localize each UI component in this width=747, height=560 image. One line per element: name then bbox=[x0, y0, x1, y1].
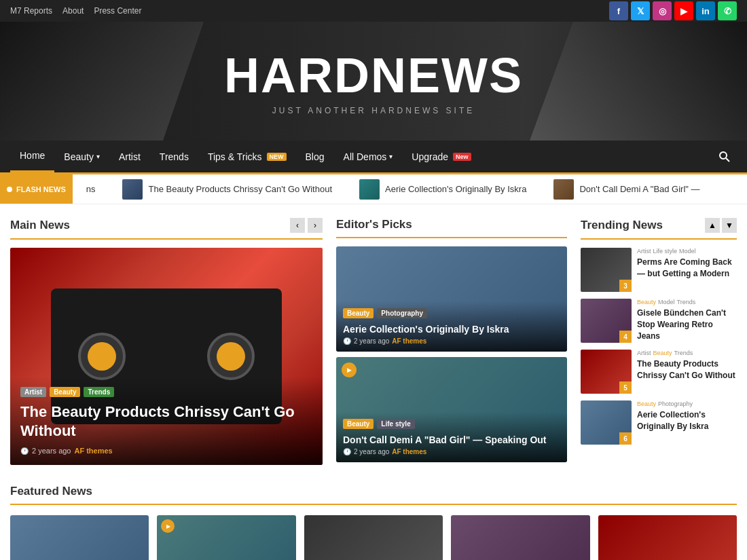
search-button[interactable] bbox=[712, 141, 737, 172]
editors-card-1-tags: Beauty Photography bbox=[343, 308, 560, 318]
nav-item-blog[interactable]: Blog bbox=[296, 141, 334, 172]
twitter-icon[interactable]: 𝕏 bbox=[631, 1, 650, 20]
nav-item-tips[interactable]: Tips & Tricks NEW bbox=[198, 141, 296, 172]
nav-item-beauty[interactable]: Beauty ▾ bbox=[54, 141, 109, 172]
svg-line-1 bbox=[726, 158, 729, 162]
tag-beauty2: Beauty bbox=[343, 308, 374, 318]
trending-item-4[interactable]: 6 Beauty Photography Aerie Collection's … bbox=[581, 400, 737, 445]
featured-card-2[interactable]: ▶ Beauty Life style bbox=[157, 515, 295, 560]
featured-card-4[interactable]: Beauty Model Trends bbox=[451, 515, 589, 560]
featured-card-4-img: Beauty Model Trends bbox=[451, 515, 589, 560]
whatsapp-icon[interactable]: ✆ bbox=[718, 1, 737, 20]
cassette-reel-left bbox=[78, 333, 126, 380]
hero-banner: HARDNEWS JUST ANOTHER HARDNEWS SITE bbox=[0, 22, 747, 141]
trending-item-2[interactable]: 4 Beauty Model Trends Gisele Bündchen Ca… bbox=[581, 299, 737, 343]
flash-item-4[interactable]: Don't Call Demi A "Bad Girl" — bbox=[553, 179, 699, 200]
youtube-icon[interactable]: ▶ bbox=[674, 1, 693, 20]
flash-label: FLASH NEWS bbox=[0, 174, 73, 204]
featured-card-1[interactable]: Beauty Photography bbox=[10, 515, 149, 560]
featured-card-3[interactable]: Artist Life style bbox=[304, 515, 443, 560]
trending-title-2: Gisele Bündchen Can't Stop Wearing Retro… bbox=[637, 307, 737, 341]
trending-content-3: Artist Beauty Trends The Beauty Products… bbox=[637, 350, 737, 381]
main-news-next[interactable]: › bbox=[308, 218, 323, 233]
tag-photography: Photography bbox=[377, 308, 427, 318]
main-card-tags: Artist Beauty Trends bbox=[20, 387, 312, 397]
featured-card-5-img: Artist Beauty Trends bbox=[598, 515, 737, 560]
trending-nav: ▲ ▼ bbox=[705, 218, 737, 233]
editors-picks-col: Editor's Picks Beauty Photography Aerie … bbox=[336, 218, 567, 468]
nav-item-upgrade[interactable]: Upgrade New bbox=[402, 141, 480, 172]
trending-title-4: Aerie Collection's Originally By Iskra bbox=[637, 409, 737, 432]
top-link-reports[interactable]: M7 Reports bbox=[10, 6, 52, 16]
flash-item-2[interactable]: The Beauty Products Chrissy Can't Go Wit… bbox=[122, 179, 332, 200]
main-news-prev[interactable]: ‹ bbox=[290, 218, 305, 233]
featured-card-2-img: ▶ Beauty Life style bbox=[157, 515, 295, 560]
flash-thumb-1 bbox=[122, 179, 143, 200]
featured-card-5[interactable]: Artist Beauty Trends bbox=[598, 515, 737, 560]
featured-video-badge: ▶ bbox=[161, 519, 175, 533]
svg-point-0 bbox=[720, 152, 727, 159]
flash-thumb-2 bbox=[359, 179, 380, 200]
navbar: Home Beauty ▾ Artist Trends Tips & Trick… bbox=[0, 141, 747, 174]
editors-card-2-title: Don't Call Demi A "Bad Girl" — Speaking … bbox=[343, 434, 560, 445]
tag-trends: Trends bbox=[84, 387, 114, 397]
featured-grid: Beauty Photography ▶ Beauty Life style bbox=[10, 515, 737, 560]
trending-thumb-wrap-1: 3 bbox=[581, 248, 632, 292]
trending-title-1: Perms Are Coming Back— but Getting a Mod… bbox=[637, 257, 737, 280]
tips-badge: NEW bbox=[267, 153, 287, 161]
featured-title: Featured News bbox=[10, 485, 737, 505]
clock-icon: 🕐 bbox=[20, 447, 29, 455]
main-news-header: Main News ‹ › bbox=[10, 218, 323, 240]
search-icon bbox=[719, 151, 730, 162]
trending-content-2: Beauty Model Trends Gisele Bündchen Can'… bbox=[637, 299, 737, 341]
editors-card-1[interactable]: Beauty Photography Aerie Collection's Or… bbox=[336, 246, 567, 352]
editors-card-2[interactable]: ▶ Beauty Life style Don't Call Demi A "B… bbox=[336, 357, 567, 462]
facebook-icon[interactable]: f bbox=[609, 1, 628, 20]
tag-beauty3: Beauty bbox=[343, 419, 374, 429]
linkedin-icon[interactable]: in bbox=[696, 1, 715, 20]
flash-item-3[interactable]: Aerie Collection's Originally By Iskra bbox=[359, 179, 526, 200]
trending-item-1[interactable]: 3 Artist Life style Model Perms Are Comi… bbox=[581, 248, 737, 292]
play-icon-2: ▶ bbox=[166, 523, 170, 529]
trending-news-col: Trending News ▲ ▼ 3 Artist Life style Mo… bbox=[581, 218, 737, 468]
chevron-down-icon: ▾ bbox=[96, 153, 100, 160]
trending-next[interactable]: ▼ bbox=[722, 218, 737, 233]
nav-item-demos[interactable]: All Demos ▾ bbox=[334, 141, 403, 172]
trending-tags-2: Beauty Model Trends bbox=[637, 299, 737, 305]
tag-artist: Artist bbox=[20, 387, 46, 397]
site-subtitle: JUST ANOTHER HARDNEWS SITE bbox=[224, 106, 523, 115]
clock-icon-3: 🕐 bbox=[343, 448, 351, 455]
chevron-down-icon-2: ▾ bbox=[389, 153, 393, 160]
instagram-icon[interactable]: ◎ bbox=[653, 1, 672, 20]
clock-icon-2: 🕐 bbox=[343, 337, 351, 345]
trending-thumb-wrap-2: 4 bbox=[581, 299, 632, 343]
flash-dot bbox=[7, 187, 12, 192]
editors-card-2-tags: Beauty Life style bbox=[343, 419, 560, 429]
nav-item-artist[interactable]: Artist bbox=[109, 141, 150, 172]
flash-item-1[interactable]: ns bbox=[86, 184, 96, 194]
tag-beauty: Beauty bbox=[50, 387, 80, 397]
trending-tags-4: Beauty Photography bbox=[637, 400, 737, 407]
three-cols: Main News ‹ › Artist Beauty bbox=[10, 218, 737, 468]
nav-links: Home Beauty ▾ Artist Trends Tips & Trick… bbox=[10, 141, 481, 172]
nav-item-trends[interactable]: Trends bbox=[150, 141, 198, 172]
featured-card-1-img: Beauty Photography bbox=[10, 515, 149, 560]
trending-item-3[interactable]: 5 Artist Beauty Trends The Beauty Produc… bbox=[581, 350, 737, 394]
top-link-about[interactable]: About bbox=[62, 6, 84, 16]
nav-item-home[interactable]: Home bbox=[10, 141, 54, 172]
editors-card-2-overlay: Beauty Life style Don't Call Demi A "Bad… bbox=[336, 412, 567, 462]
top-link-press[interactable]: Press Center bbox=[94, 6, 141, 16]
flash-bar: FLASH NEWS ns The Beauty Products Chriss… bbox=[0, 174, 747, 204]
main-news-nav: ‹ › bbox=[290, 218, 323, 233]
flash-thumb-3 bbox=[553, 179, 574, 200]
cassette-reel-right bbox=[207, 333, 255, 380]
trending-thumb-wrap-3: 5 bbox=[581, 350, 632, 394]
trending-tags-3: Artist Beauty Trends bbox=[637, 350, 737, 356]
trending-title-3: The Beauty Products Chrissy Can't Go Wit… bbox=[637, 358, 737, 381]
editors-picks-header: Editor's Picks bbox=[336, 218, 567, 238]
main-news-card[interactable]: Artist Beauty Trends The Beauty Products… bbox=[10, 248, 323, 465]
trending-prev[interactable]: ▲ bbox=[705, 218, 720, 233]
trending-num-4: 6 bbox=[619, 432, 632, 445]
main-card-meta: 🕐 2 years ago AF themes bbox=[20, 447, 312, 455]
trending-num-3: 5 bbox=[619, 381, 632, 394]
